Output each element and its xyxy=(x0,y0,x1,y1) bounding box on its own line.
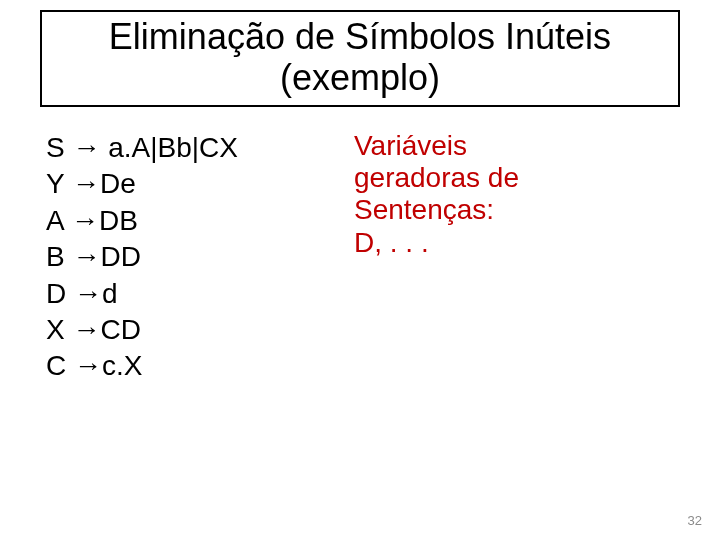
note-column: Variáveis geradoras de Sentenças: D, . .… xyxy=(350,130,670,385)
rule-d: D →d xyxy=(46,276,350,312)
rule-y: Y →De xyxy=(46,166,350,202)
rule-a: A →DB xyxy=(46,203,350,239)
slide-title-box: Eliminação de Símbolos Inúteis (exemplo) xyxy=(40,10,680,107)
note-line-1: Variáveis xyxy=(354,130,670,162)
grammar-column: S → a.A|Bb|CX Y →De A →DB B →DD D →d X →… xyxy=(40,130,350,385)
title-line-2: (exemplo) xyxy=(52,57,668,98)
rule-x: X →CD xyxy=(46,312,350,348)
page-number: 32 xyxy=(688,513,702,528)
note-line-4: D, . . . xyxy=(354,227,670,259)
note-line-2: geradoras de xyxy=(354,162,670,194)
content-area: S → a.A|Bb|CX Y →De A →DB B →DD D →d X →… xyxy=(40,130,680,385)
note-line-3: Sentenças: xyxy=(354,194,670,226)
title-line-1: Eliminação de Símbolos Inúteis xyxy=(52,16,668,57)
rule-b: B →DD xyxy=(46,239,350,275)
rule-s: S → a.A|Bb|CX xyxy=(46,130,350,166)
slide: Eliminação de Símbolos Inúteis (exemplo)… xyxy=(0,0,720,540)
rule-c: C →c.X xyxy=(46,348,350,384)
